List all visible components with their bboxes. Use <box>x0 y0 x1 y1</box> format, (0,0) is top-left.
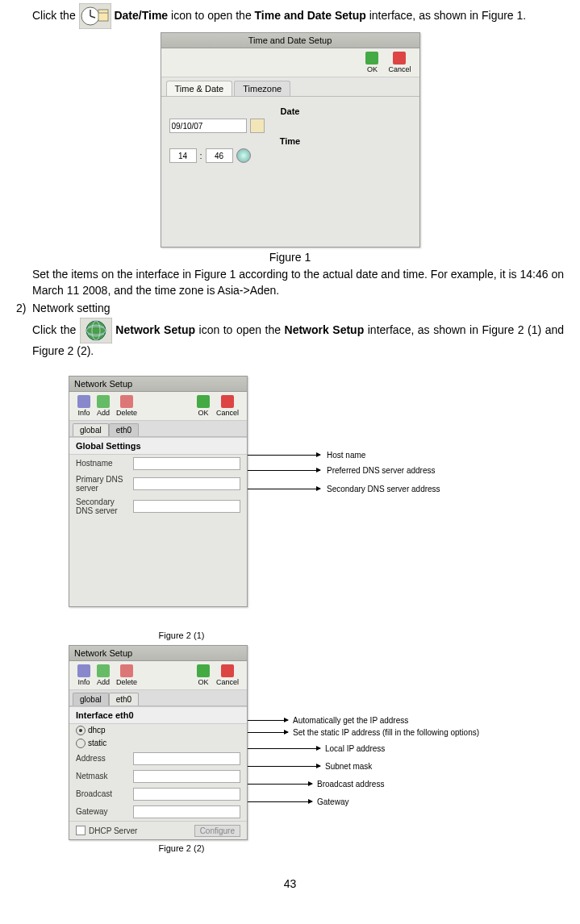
ok-button[interactable]: OK <box>194 394 213 418</box>
intro-paragraph: Click the Date/Time icon to open the Tim… <box>32 3 564 29</box>
delete-icon <box>120 395 133 408</box>
check-icon <box>365 52 378 65</box>
date-label: Date <box>169 106 411 116</box>
annotation: Preferred DNS server address <box>327 466 436 475</box>
calendar-icon[interactable] <box>250 119 265 133</box>
hostname-label: Hostname <box>76 459 130 468</box>
annotation: Host name <box>327 451 365 460</box>
info-button[interactable]: Info <box>74 664 94 687</box>
dialog-title: Network Setup <box>69 646 247 661</box>
address-input[interactable] <box>133 752 240 765</box>
time-date-dialog: Time and Date Setup OK Cancel Time & Dat… <box>161 32 420 248</box>
info-icon <box>77 395 90 408</box>
configure-button[interactable]: Configure <box>194 825 240 837</box>
add-icon <box>97 664 110 677</box>
ok-button[interactable]: OK <box>362 51 382 74</box>
arrow <box>248 748 320 749</box>
arrow <box>248 720 288 721</box>
list-item: 2) Network setting <box>16 302 564 314</box>
primary-dns-label: Primary DNS server <box>76 475 130 493</box>
broadcast-label: Broadcast <box>76 789 130 798</box>
label: Cancel <box>216 409 239 417</box>
check-icon <box>197 664 210 677</box>
arrow <box>248 801 312 802</box>
cancel-button[interactable]: Cancel <box>213 664 242 687</box>
tab-eth0[interactable]: eth0 <box>109 423 139 436</box>
date-input[interactable] <box>169 119 247 133</box>
delete-button[interactable]: Delete <box>113 664 140 687</box>
delete-button[interactable]: Delete <box>113 394 140 418</box>
static-label: static <box>88 739 106 747</box>
label: Delete <box>116 678 137 686</box>
check-icon <box>197 395 210 408</box>
tab-timezone[interactable]: Timezone <box>234 81 290 96</box>
static-radio-row[interactable]: static <box>69 737 247 750</box>
text: Time and Date Setup <box>255 9 366 22</box>
label: Cancel <box>216 678 239 686</box>
broadcast-input[interactable] <box>133 788 240 801</box>
arrow <box>248 455 320 456</box>
cancel-icon <box>221 395 234 408</box>
annotation: Gateway <box>317 797 348 806</box>
annotation: Automatically get the IP address <box>293 716 408 725</box>
svg-rect-4 <box>98 10 108 21</box>
svg-point-7 <box>86 321 106 340</box>
item-label: Network setting <box>32 302 110 314</box>
add-icon <box>97 395 110 408</box>
arrow <box>248 489 320 489</box>
gateway-label: Gateway <box>76 807 130 816</box>
annotation: Secondary DNS server address <box>327 485 440 493</box>
label: OK <box>198 678 208 686</box>
item-number: 2) <box>16 302 32 314</box>
text: Network Setup <box>285 323 365 336</box>
tab-global[interactable]: global <box>73 693 109 705</box>
tab-global[interactable]: global <box>73 423 109 436</box>
figure2-2-wrap: Network Setup Info Add Delete OK Cancel … <box>69 645 545 839</box>
arrow <box>248 470 320 471</box>
colon: : <box>200 151 202 160</box>
page-number: 43 <box>16 877 564 890</box>
cancel-button[interactable]: Cancel <box>213 394 242 418</box>
dhcp-server-checkbox[interactable] <box>76 826 86 835</box>
secondary-dns-label: Secondary DNS server <box>76 497 130 515</box>
annotation: Set the static IP address (fill in the f… <box>293 728 479 737</box>
tab-eth0[interactable]: eth0 <box>109 693 139 705</box>
netmask-label: Netmask <box>76 772 130 780</box>
add-button[interactable]: Add <box>94 664 113 687</box>
label: OK <box>198 409 208 417</box>
tab-time-date[interactable]: Time & Date <box>166 81 233 96</box>
info-icon <box>77 664 90 677</box>
info-button[interactable]: Info <box>74 394 94 418</box>
label: Cancel <box>388 65 411 73</box>
time-label: Time <box>169 136 411 146</box>
primary-dns-input[interactable] <box>133 477 240 490</box>
dhcp-radio-row[interactable]: dhcp <box>69 724 247 737</box>
secondary-dns-input[interactable] <box>133 500 240 513</box>
toolbar: OK Cancel <box>161 48 419 77</box>
world-icon[interactable] <box>236 148 251 163</box>
dialog-title: Time and Date Setup <box>161 33 419 48</box>
cancel-button[interactable]: Cancel <box>385 51 414 74</box>
add-button[interactable]: Add <box>94 394 113 418</box>
paragraph: Click the Network Setup icon to open the… <box>32 318 564 360</box>
label: Delete <box>116 409 137 417</box>
annotation: Subnet mask <box>325 762 372 771</box>
tabs: Time & Date Timezone <box>161 77 419 97</box>
text: Click the <box>32 9 79 22</box>
radio-icon <box>76 739 86 748</box>
figure2-1-caption: Figure 2 (1) <box>69 631 294 640</box>
delete-icon <box>120 664 133 677</box>
netmask-input[interactable] <box>133 770 240 783</box>
date-time-icon <box>79 3 111 29</box>
gateway-input[interactable] <box>133 805 240 818</box>
hostname-input[interactable] <box>133 457 240 470</box>
label: Info <box>77 678 90 686</box>
toolbar: Info Add Delete OK Cancel <box>69 661 247 690</box>
arrow <box>248 784 312 785</box>
hour-input[interactable] <box>169 148 197 163</box>
minute-input[interactable] <box>206 148 233 163</box>
text: Date/Time <box>114 9 168 22</box>
toolbar: Info Add Delete OK Cancel <box>69 392 247 421</box>
ok-button[interactable]: OK <box>194 664 213 687</box>
arrow <box>248 732 288 733</box>
